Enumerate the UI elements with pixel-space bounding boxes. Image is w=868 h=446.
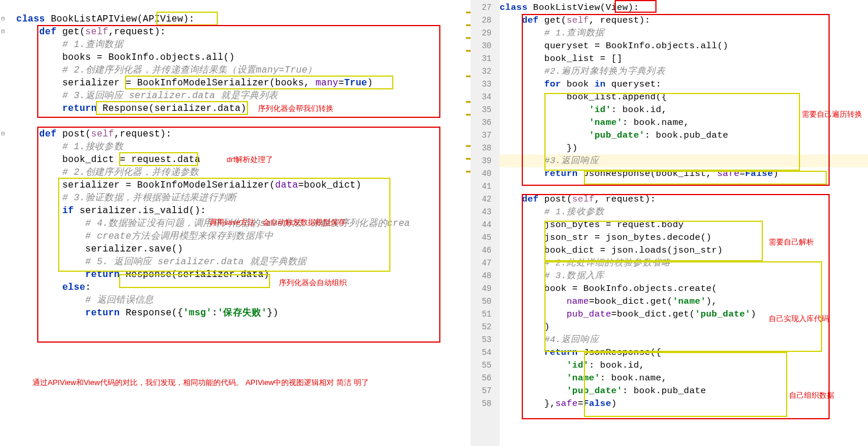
- line-number: 37: [471, 129, 500, 142]
- red-highlight-box: [615, 0, 657, 13]
- line-number: 55: [471, 359, 500, 372]
- fold-margin: ⊟ ⊟ ⊟: [0, 13, 8, 443]
- right-editor-panel[interactable]: 2728293031323334353637383940414243444546…: [466, 0, 868, 446]
- fold-icon[interactable]: ⊟: [1, 130, 5, 137]
- line-number: 53: [471, 333, 500, 346]
- line-number: 52: [471, 321, 500, 333]
- line-number: 51: [471, 308, 500, 321]
- line-number: 54: [471, 346, 500, 359]
- line-number: 46: [471, 244, 500, 257]
- line-number: 28: [471, 14, 500, 27]
- line-number: 34: [471, 91, 500, 103]
- left-editor-panel[interactable]: ⊟ ⊟ ⊟ class BookListAPIView(APIView): de…: [0, 0, 466, 446]
- minimap[interactable]: [466, 0, 471, 446]
- line-number: 39: [471, 154, 500, 167]
- line-number: 49: [471, 282, 500, 295]
- line-number: 27: [471, 1, 500, 14]
- annotation-label: 序列化器会自动组织: [279, 278, 347, 288]
- line-number: 44: [471, 218, 500, 231]
- line-number: 32: [471, 65, 500, 78]
- red-highlight-box: [522, 14, 830, 186]
- line-number: 33: [471, 78, 500, 91]
- code-line[interactable]: class BookListView(View):: [500, 1, 868, 14]
- highlight-box: [156, 12, 218, 26]
- code-line[interactable]: class BookListAPIView(APIView):: [16, 13, 466, 26]
- red-highlight-box: [522, 194, 830, 419]
- line-number: 47: [471, 257, 500, 269]
- line-number: 43: [471, 206, 500, 218]
- line-number: 36: [471, 116, 500, 129]
- line-number: 56: [471, 372, 500, 384]
- line-number: 29: [471, 27, 500, 39]
- annotation-label: 序列化器会帮我们转换: [258, 103, 333, 114]
- annotation-label: 自己实现入库代码: [769, 314, 829, 324]
- line-number-gutter: 2728293031323334353637383940414243444546…: [471, 0, 500, 446]
- line-number: 45: [471, 231, 500, 244]
- fold-icon[interactable]: ⊟: [1, 15, 5, 22]
- annotation-label: 需要自己遍历转换: [802, 109, 862, 120]
- line-number: 41: [471, 180, 500, 193]
- annotation-label: 需要自己解析: [769, 237, 814, 247]
- annotation-label: 调用save方法，会自动触发数据模型保存: [209, 217, 346, 228]
- annotation-label: drf解析处理了: [227, 154, 273, 165]
- line-number: 31: [471, 52, 500, 65]
- line-number: 42: [471, 193, 500, 206]
- line-number: 35: [471, 103, 500, 116]
- line-number: 50: [471, 295, 500, 308]
- line-number: 38: [471, 142, 500, 154]
- line-number: 40: [471, 167, 500, 180]
- line-number: 30: [471, 39, 500, 52]
- red-highlight-box: [37, 25, 440, 118]
- line-number: 57: [471, 384, 500, 397]
- line-number: 48: [471, 269, 500, 282]
- fold-icon[interactable]: ⊟: [1, 28, 5, 35]
- annotation-label: 自己组织数据: [789, 390, 834, 401]
- annotation-label: 通过APIView和View代码的对比，我们发现，相同功能的代码。 APIVie…: [33, 377, 457, 388]
- line-number: 58: [471, 397, 500, 410]
